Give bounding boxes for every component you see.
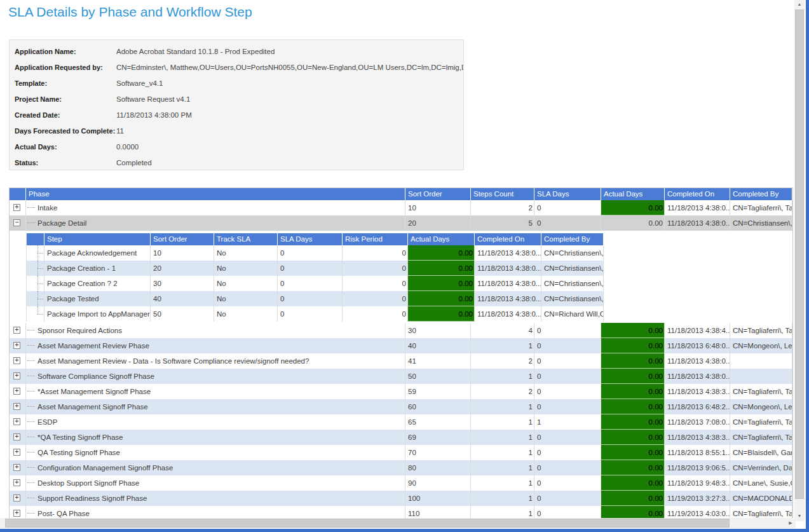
horizontal-scrollbar-thumb[interactable] (5, 519, 730, 528)
step-column-header-step[interactable]: Step (44, 233, 151, 245)
step-column-header-sort-order[interactable]: Sort Order (151, 233, 214, 245)
collapse-toggle-icon[interactable]: − (13, 219, 20, 226)
sort-order-cell: 90 (405, 475, 471, 491)
phase-cell: Asset Management Signoff Phase (26, 399, 405, 414)
step-row[interactable]: Package Import to AppManager50No000.0011… (27, 306, 604, 322)
phase-row[interactable]: +Asset Management Signoff Phase60100.001… (10, 399, 792, 414)
steps-count-cell: 2 (471, 200, 534, 215)
phase-cell: Asset Management Review - Data - Is Soft… (26, 353, 405, 369)
scroll-down-button[interactable]: ▼ (794, 512, 805, 521)
phase-row-gutter: + (10, 353, 26, 369)
expand-toggle-icon[interactable]: + (13, 342, 20, 349)
sort-order-cell: 10 (405, 200, 471, 215)
actual-days-cell: 0.00 (601, 445, 665, 460)
tree-connector (27, 498, 35, 499)
column-header-completed-by[interactable]: Completed By (730, 188, 792, 200)
expand-toggle-icon[interactable]: + (13, 204, 20, 211)
phase-row[interactable]: +Configuration Management Signoff Phase8… (10, 460, 792, 475)
completed-on-cell: 11/18/2013 4:38:3... (665, 384, 730, 399)
step-sla-days-cell: 0 (278, 276, 343, 291)
column-header-completed-on[interactable]: Completed On (665, 188, 730, 200)
column-header-actual-days[interactable]: Actual Days (601, 188, 665, 200)
phase-cell: QA Testing Signoff Phase (26, 445, 405, 460)
expand-toggle-icon[interactable]: + (13, 510, 20, 517)
expand-toggle-icon[interactable]: + (13, 372, 20, 379)
completed-on-cell: 11/18/2013 4:38:4... (665, 323, 730, 338)
phase-row[interactable]: +Sponsor Required Actions30400.0011/18/2… (10, 323, 792, 338)
step-column-header-actual-days[interactable]: Actual Days (408, 233, 475, 245)
phase-cell: *Asset Management Signoff Phase (26, 384, 405, 399)
step-row[interactable]: Package Tested40No000.0011/18/2013 4:38:… (27, 291, 604, 306)
phase-row[interactable]: +Software Compliance Signoff Phase50100.… (10, 369, 792, 384)
step-completed-by-cell: CN=Christiansen\, ... (541, 261, 604, 276)
step-header-row: StepSort OrderTrack SLASLA DaysRisk Peri… (27, 233, 604, 245)
step-column-header-completed-by[interactable]: Completed By (541, 233, 604, 245)
step-completed-on-cell: 11/18/2013 4:38:0... (475, 306, 541, 322)
phase-row[interactable]: +*Asset Management Signoff Phase59200.00… (10, 384, 792, 399)
step-column-header-completed-on[interactable]: Completed On (475, 233, 541, 245)
actual-days-cell: 0.00 (601, 369, 665, 384)
tree-connector (27, 452, 35, 453)
phase-row[interactable]: +Support Readiness Signoff Phase100100.0… (10, 491, 792, 506)
step-sort-order-cell: 20 (151, 261, 214, 276)
expand-toggle-icon[interactable]: + (13, 464, 20, 471)
actual-days-cell: 0.00 (601, 491, 665, 506)
column-header-phase[interactable]: Phase (26, 188, 405, 200)
completed-on-cell: 11/18/2013 7:08:0... (665, 414, 730, 430)
phase-row[interactable]: +Asset Management Review - Data - Is Sof… (10, 353, 792, 369)
scroll-up-button[interactable]: ▲ (794, 0, 805, 10)
phase-label: Asset Management Review Phase (37, 338, 149, 353)
actual-days-cell: 0.00 (601, 460, 665, 475)
phase-row-gutter: + (10, 384, 26, 399)
sort-order-cell: 65 (405, 414, 471, 430)
step-row[interactable]: Package Acknowledgement10No000.0011/18/2… (27, 245, 604, 261)
phase-row-gutter: + (10, 200, 26, 215)
expand-toggle-icon[interactable]: + (13, 357, 20, 364)
expand-toggle-icon[interactable]: + (13, 327, 20, 334)
completed-on-cell: 11/18/2013 9:48:3... (665, 475, 730, 491)
phase-row[interactable]: +Asset Management Review Phase40100.0011… (10, 338, 792, 353)
expand-toggle-icon[interactable]: + (13, 388, 20, 395)
vertical-scrollbar-thumb[interactable] (795, 10, 804, 499)
expand-toggle-icon[interactable]: + (13, 403, 20, 410)
expand-toggle-icon[interactable]: + (13, 418, 20, 425)
actual-days-cell: 0.00 (601, 338, 665, 353)
steps-count-cell: 1 (471, 369, 534, 384)
phase-row[interactable]: −Package Detail20500.0011/18/2013 4:38:0… (10, 215, 792, 231)
sla-days-cell: 1 (534, 414, 601, 430)
phase-cell: Desktop Support Signoff Phase (26, 475, 405, 491)
info-field-label: Template: (15, 76, 116, 92)
phase-row[interactable]: +Desktop Support Signoff Phase90100.0011… (10, 475, 792, 491)
phase-label: *QA Testing Signoff Phase (37, 430, 123, 445)
column-header-sla-days[interactable]: SLA Days (534, 188, 601, 200)
phase-row[interactable]: +Intake10200.0011/18/2013 4:38:0...CN=Ta… (10, 200, 792, 215)
step-row[interactable]: Package Creation ? 230No000.0011/18/2013… (27, 276, 604, 291)
step-column-header-track-sla[interactable]: Track SLA (214, 233, 278, 245)
phase-row[interactable]: +QA Testing Signoff Phase70100.0011/18/2… (10, 445, 792, 460)
step-sla-days-cell: 0 (278, 261, 343, 276)
step-sla-days-cell: 0 (278, 245, 343, 261)
step-column-header-risk-period[interactable]: Risk Period (343, 233, 408, 245)
step-column-header-sla-days[interactable]: SLA Days (278, 233, 343, 245)
phase-label: Asset Management Signoff Phase (37, 399, 148, 414)
column-header-steps-count[interactable]: Steps Count (471, 188, 534, 200)
step-completed-by-cell: CN=Richard Will,O... (541, 306, 604, 322)
phase-label: Package Detail (37, 215, 86, 231)
phase-row[interactable]: +ESDP65110.0011/18/2013 7:08:0...CN=Tagl… (10, 414, 792, 430)
vertical-scrollbar[interactable]: ▲ ▼ (794, 0, 805, 521)
steps-count-cell: 1 (471, 445, 534, 460)
expand-toggle-icon[interactable]: + (13, 479, 20, 486)
horizontal-scrollbar[interactable]: ▶ (0, 518, 796, 528)
expand-toggle-icon[interactable]: + (13, 449, 20, 456)
window-border-bottom (0, 529, 809, 532)
tree-connector (27, 376, 35, 377)
completed-on-cell: 11/18/2013 4:38:0... (665, 353, 730, 369)
sort-order-cell: 59 (405, 384, 471, 399)
phase-row[interactable]: +*QA Testing Signoff Phase69100.0011/18/… (10, 430, 792, 445)
info-field-value: Software_v4.1 (116, 76, 163, 92)
expand-toggle-icon[interactable]: + (13, 433, 20, 440)
column-header-sort-order[interactable]: Sort Order (405, 188, 471, 200)
step-row[interactable]: Package Creation - 120No000.0011/18/2013… (27, 261, 604, 276)
expand-toggle-icon[interactable]: + (13, 494, 20, 501)
sla-days-cell: 0 (534, 323, 601, 338)
